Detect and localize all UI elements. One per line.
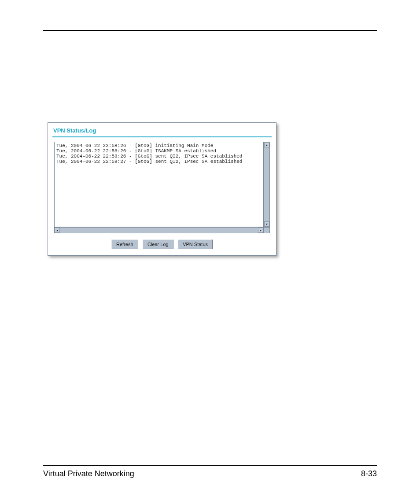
horizontal-scrollbar[interactable]: ◂ ▸ [54, 227, 264, 233]
log-area: Tue, 2004-06-22 22:58:26 - [GtoG] initia… [54, 142, 270, 233]
page-footer: Virtual Private Networking 8-33 [43, 465, 377, 478]
scroll-corner [264, 227, 270, 233]
button-row: Refresh Clear Log VPN Status [52, 239, 272, 249]
footer-left: Virtual Private Networking [43, 469, 134, 478]
top-rule [43, 30, 377, 31]
scroll-down-icon[interactable]: ▾ [264, 221, 269, 227]
panel-divider [52, 136, 272, 137]
panel-title: VPN Status/Log [52, 126, 272, 136]
refresh-button[interactable]: Refresh [111, 239, 138, 249]
vpn-status-button[interactable]: VPN Status [178, 239, 213, 249]
vertical-scrollbar[interactable]: ▴ ▾ [264, 142, 270, 227]
footer-right: 8-33 [361, 469, 377, 478]
scroll-right-icon[interactable]: ▸ [258, 228, 263, 233]
vpn-status-log-panel: VPN Status/Log Tue, 2004-06-22 22:58:26 … [48, 122, 276, 256]
clear-log-button[interactable]: Clear Log [143, 239, 173, 249]
log-textarea[interactable]: Tue, 2004-06-22 22:58:26 - [GtoG] initia… [54, 142, 264, 227]
scroll-left-icon[interactable]: ◂ [55, 228, 60, 233]
scroll-up-icon[interactable]: ▴ [264, 142, 269, 147]
